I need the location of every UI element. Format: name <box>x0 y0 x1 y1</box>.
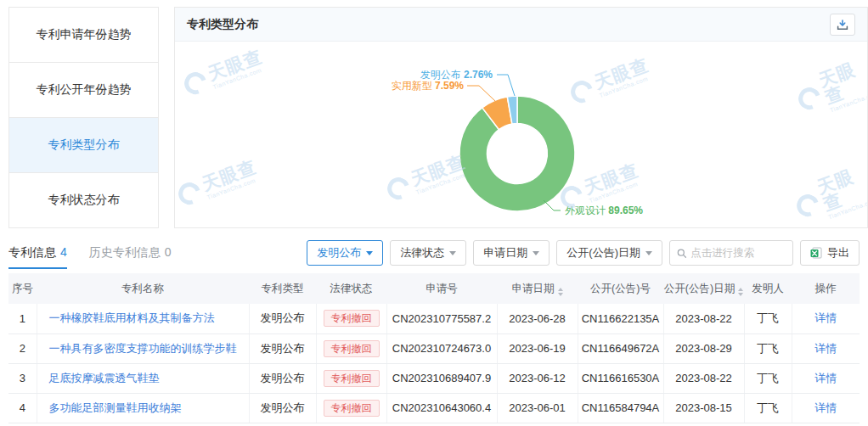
legal-status-badge: 专利撤回 <box>324 340 380 357</box>
sort-desc-arrow <box>738 293 743 296</box>
action-cell: 详情 <box>792 334 860 363</box>
search-input[interactable] <box>690 247 786 259</box>
sidebar-item-label: 专利申请年份趋势 <box>37 27 132 42</box>
tab-label: 历史专利信息 <box>89 245 161 259</box>
tab-count: 0 <box>165 245 172 259</box>
patent-table: 序号专利名称专利类型法律状态申请号申请日期公开(公告)号公开(公告)日期发明人操… <box>8 273 860 423</box>
action-cell: 详情 <box>792 393 860 423</box>
detail-link[interactable]: 详情 <box>814 311 837 324</box>
table-header-row: 序号专利名称专利类型法律状态申请号申请日期公开(公告)号公开(公告)日期发明人操… <box>8 273 860 304</box>
chevron-down-icon <box>366 251 373 255</box>
detail-link[interactable]: 详情 <box>814 401 837 414</box>
sidebar-item-4[interactable]: 专利状态分布 <box>9 173 158 227</box>
detail-link[interactable]: 详情 <box>814 342 837 355</box>
filter-label: 公开(公告)日期 <box>566 245 640 261</box>
patent-type-chart-panel: 专利类型分布 外观设计 89.65%实用新型 7.59%发明公布 2.76% 天… <box>174 7 868 228</box>
sort-desc-arrow <box>558 293 563 296</box>
publication-number-cell: CN116649672A <box>578 334 663 363</box>
column-header-公开(公告)号: 公开(公告)号 <box>578 273 663 304</box>
inventor-cell: 丁飞 <box>744 304 792 334</box>
column-header-申请日期[interactable]: 申请日期 <box>497 273 578 304</box>
table-row: 3足底按摩减震透气鞋垫发明公布专利撤回CN202310689407.92023-… <box>8 363 860 393</box>
patent-name-link[interactable]: 一种具有多密度支撑功能的训练学步鞋 <box>49 342 237 355</box>
legal-status-filter-dropdown[interactable]: 法律状态 <box>390 240 466 266</box>
donut-chart-area: 外观设计 89.65%实用新型 7.59%发明公布 2.76% 天眼查TianY… <box>175 42 867 227</box>
column-header-公开(公告)日期[interactable]: 公开(公告)日期 <box>663 273 744 304</box>
patent-name-link[interactable]: 多功能足部测量鞋用收纳架 <box>49 401 182 414</box>
legal-status-cell: 专利撤回 <box>316 334 386 363</box>
tab-history-patent-info[interactable]: 历史专利信息0 <box>89 245 172 269</box>
download-icon <box>837 19 848 31</box>
patent-type-cell: 发明公布 <box>249 334 316 363</box>
sort-icon[interactable] <box>738 288 743 296</box>
row-number-cell: 2 <box>8 334 37 363</box>
patent-table-section: 专利信息4 历史专利信息0 发明公布 法律状态 申请日期 公开(公告)日期 <box>8 240 860 423</box>
application-date-cell: 2023-06-28 <box>497 304 578 334</box>
column-header-专利类型: 专利类型 <box>249 273 316 304</box>
search-icon <box>677 248 686 259</box>
inventor-cell: 丁飞 <box>744 334 792 363</box>
tab-patent-info[interactable]: 专利信息4 <box>8 245 67 269</box>
patent-type-cell: 发明公布 <box>249 393 316 423</box>
filter-label: 发明公布 <box>317 245 361 261</box>
legal-status-cell: 专利撤回 <box>316 393 386 423</box>
chart-type-sidebar: 专利申请年份趋势专利公开年份趋势专利类型分布专利状态分布 <box>8 7 159 228</box>
column-header-法律状态: 法律状态 <box>316 273 386 304</box>
table-tabs: 专利信息4 历史专利信息0 <box>8 240 172 269</box>
sidebar-item-1[interactable]: 专利申请年份趋势 <box>9 8 158 63</box>
row-number-cell: 1 <box>8 304 37 334</box>
patent-name-link[interactable]: 足底按摩减震透气鞋垫 <box>49 372 160 384</box>
detail-link[interactable]: 详情 <box>814 372 837 384</box>
inventor-cell: 丁飞 <box>744 393 792 423</box>
patent-name-cell: 一种具有多密度支撑功能的训练学步鞋 <box>37 334 249 363</box>
export-label: 导出 <box>827 245 849 261</box>
application-date-cell: 2023-06-19 <box>497 334 578 363</box>
patent-type-cell: 发明公布 <box>249 304 316 334</box>
application-date-filter-dropdown[interactable]: 申请日期 <box>473 240 550 266</box>
column-header-发明人: 发明人 <box>744 273 792 304</box>
patent-name-cell: 一种橡胶鞋底用材料及其制备方法 <box>37 304 249 334</box>
publication-number-cell: CN116622135A <box>578 304 663 334</box>
chart-panel-title: 专利类型分布 <box>187 17 258 32</box>
action-cell: 详情 <box>792 363 860 393</box>
donut-label-实用新型: 实用新型 7.59% <box>392 80 465 92</box>
table-search-box[interactable] <box>669 240 793 266</box>
patent-type-donut-chart: 外观设计 89.65%实用新型 7.59%发明公布 2.76% <box>175 42 867 227</box>
sidebar-item-label: 专利公开年份趋势 <box>37 82 132 98</box>
publication-number-cell: CN116584794A <box>578 393 663 423</box>
publication-date-cell: 2023-08-15 <box>663 393 744 423</box>
table-toolbar: 专利信息4 历史专利信息0 发明公布 法律状态 申请日期 公开(公告)日期 <box>8 240 860 271</box>
sidebar-item-2[interactable]: 专利公开年份趋势 <box>9 63 158 118</box>
application-date-cell: 2023-06-01 <box>497 393 578 423</box>
patent-type-cell: 发明公布 <box>249 363 316 393</box>
label-leader-line <box>497 75 515 96</box>
legal-status-cell: 专利撤回 <box>316 304 386 334</box>
chevron-down-icon <box>533 251 539 255</box>
donut-label-外观设计: 外观设计 89.65% <box>565 205 643 216</box>
filter-controls: 发明公布 法律状态 申请日期 公开(公告)日期 <box>307 240 860 266</box>
application-number-cell: CN202310724673.0 <box>386 334 497 363</box>
chart-panel-header: 专利类型分布 <box>175 8 867 42</box>
application-number-cell: CN202310689407.9 <box>386 363 497 393</box>
legal-status-cell: 专利撤回 <box>316 363 386 393</box>
download-chart-button[interactable] <box>830 14 855 36</box>
column-header-专利名称: 专利名称 <box>37 273 249 304</box>
sort-asc-arrow <box>558 288 563 291</box>
application-number-cell: CN202310775587.2 <box>386 304 497 334</box>
excel-icon <box>810 247 822 259</box>
label-leader-line <box>467 86 495 101</box>
export-button[interactable]: 导出 <box>800 240 860 266</box>
table-row: 4多功能足部测量鞋用收纳架发明公布专利撤回CN202310643060.4202… <box>8 393 860 423</box>
publication-date-cell: 2023-08-29 <box>663 334 744 363</box>
patent-type-filter-dropdown[interactable]: 发明公布 <box>307 240 383 266</box>
application-date-cell: 2023-06-12 <box>497 363 578 393</box>
patent-name-link[interactable]: 一种橡胶鞋底用材料及其制备方法 <box>49 311 215 324</box>
sidebar-item-label: 专利状态分布 <box>48 193 120 208</box>
sidebar-item-3[interactable]: 专利类型分布 <box>9 118 158 173</box>
donut-label-发明公布: 发明公布 2.76% <box>420 69 493 81</box>
publication-date-filter-dropdown[interactable]: 公开(公告)日期 <box>556 240 662 266</box>
sort-icon[interactable] <box>558 288 563 296</box>
sidebar-item-label: 专利类型分布 <box>48 137 120 153</box>
legal-status-badge: 专利撤回 <box>324 400 380 417</box>
filter-label: 申请日期 <box>483 245 527 261</box>
